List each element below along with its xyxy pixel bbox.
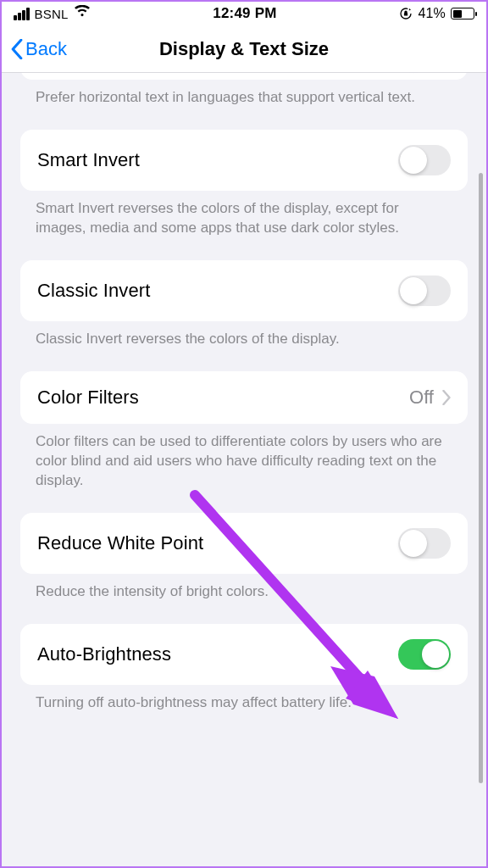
desc-classic-invert: Classic Invert reverses the colors of th… xyxy=(20,321,468,371)
row-prefer-horizontal-text[interactable] xyxy=(20,73,468,80)
scrollbar[interactable] xyxy=(479,147,483,861)
battery-icon xyxy=(451,8,474,19)
status-bar: BSNL 12:49 PM 41% xyxy=(2,2,486,25)
desc-reduce-white-point: Reduce the intensity of bright colors. xyxy=(20,574,468,624)
row-reduce-white-point[interactable]: Reduce White Point xyxy=(20,513,468,574)
signal-icon xyxy=(14,8,30,20)
toggle-smart-invert[interactable] xyxy=(398,145,451,175)
desc-color-filters: Color filters can be used to differentia… xyxy=(20,424,468,513)
carrier-label: BSNL xyxy=(35,7,69,21)
value-color-filters: Off xyxy=(409,387,434,409)
back-button[interactable]: Back xyxy=(10,38,67,60)
status-time: 12:49 PM xyxy=(213,5,276,22)
row-auto-brightness[interactable]: Auto-Brightness xyxy=(20,624,468,685)
back-label: Back xyxy=(25,38,67,60)
row-color-filters[interactable]: Color Filters Off xyxy=(20,371,468,424)
nav-bar: Back Display & Text Size xyxy=(2,25,486,73)
desc-auto-brightness: Turning off auto-brightness may affect b… xyxy=(20,685,468,735)
wifi-icon xyxy=(74,5,91,22)
toggle-reduce-white-point[interactable] xyxy=(398,528,451,559)
label-color-filters: Color Filters xyxy=(37,387,139,409)
battery-pct: 41% xyxy=(418,6,446,21)
label-classic-invert: Classic Invert xyxy=(37,280,150,302)
scrollbar-thumb[interactable] xyxy=(479,173,483,783)
label-auto-brightness: Auto-Brightness xyxy=(37,643,171,665)
row-classic-invert[interactable]: Classic Invert xyxy=(20,260,468,321)
orientation-lock-icon xyxy=(399,7,413,20)
label-reduce-white-point: Reduce White Point xyxy=(37,532,203,554)
chevron-left-icon xyxy=(10,39,24,59)
chevron-right-icon xyxy=(442,390,451,405)
content-area: Prefer horizontal text in languages that… xyxy=(2,73,486,866)
toggle-auto-brightness[interactable] xyxy=(398,639,451,670)
page-title: Display & Text Size xyxy=(159,38,329,60)
toggle-classic-invert[interactable] xyxy=(398,275,451,306)
label-smart-invert: Smart Invert xyxy=(37,149,140,171)
desc-prefer-horizontal-text: Prefer horizontal text in languages that… xyxy=(20,80,468,130)
row-smart-invert[interactable]: Smart Invert xyxy=(20,130,468,191)
desc-smart-invert: Smart Invert reverses the colors of the … xyxy=(20,191,468,260)
